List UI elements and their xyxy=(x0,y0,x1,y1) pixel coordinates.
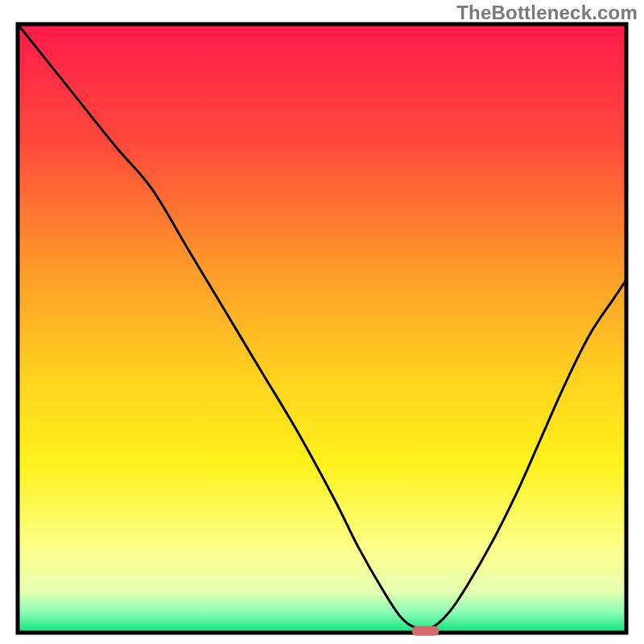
chart-stage: TheBottleneck.com xyxy=(0,0,644,644)
plot-background xyxy=(18,24,626,633)
bottleneck-chart xyxy=(0,0,644,644)
optimal-point-marker xyxy=(412,626,440,636)
